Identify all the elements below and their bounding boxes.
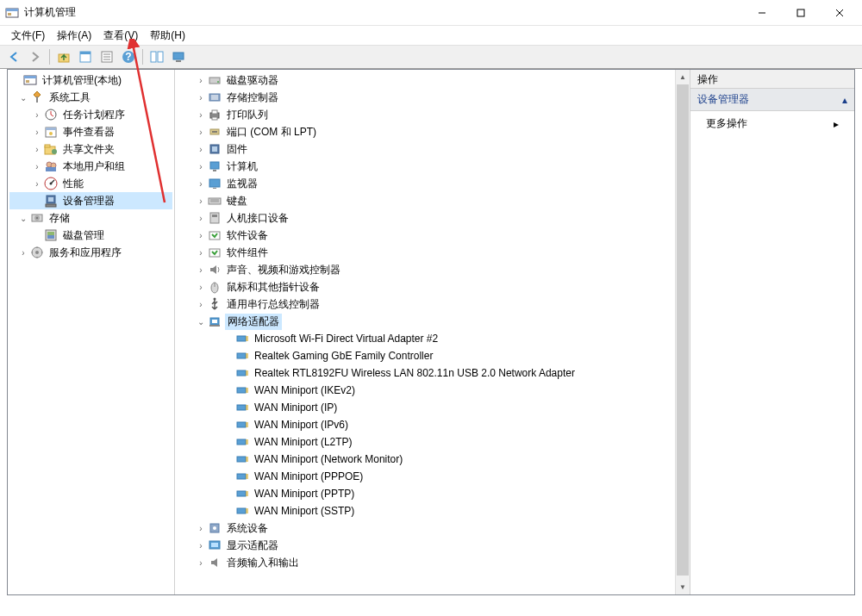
maximize-button[interactable] — [781, 0, 820, 26]
category-disk-drives[interactable]: ›磁盘驱动器 — [177, 72, 673, 89]
back-button[interactable] — [3, 47, 24, 66]
close-button[interactable] — [820, 0, 859, 26]
network-adapter-item[interactable]: WAN Miniport (PPTP) — [177, 485, 673, 502]
tree-device-manager[interactable]: 设备管理器 — [9, 192, 172, 209]
expander-icon[interactable]: › — [194, 73, 208, 87]
expander-icon[interactable]: ⌄ — [194, 314, 208, 328]
category-firmware[interactable]: ›固件 — [177, 140, 673, 158]
menu-action[interactable]: 操作(A) — [51, 27, 97, 45]
tree-performance[interactable]: › 性能 — [9, 175, 172, 192]
tree-shared-folders[interactable]: › 共享文件夹 — [9, 140, 172, 158]
expander-icon[interactable]: › — [194, 263, 208, 277]
expander-icon[interactable]: › — [194, 211, 208, 225]
properties-button[interactable] — [75, 47, 96, 66]
tree-task-scheduler[interactable]: › 任务计划程序 — [9, 106, 172, 123]
network-adapter-item[interactable]: WAN Miniport (IP) — [177, 399, 673, 416]
network-adapter-item[interactable]: WAN Miniport (IPv6) — [177, 416, 673, 433]
expander-icon[interactable]: › — [194, 538, 208, 552]
expander-icon[interactable]: › — [194, 90, 208, 104]
expander-icon[interactable]: › — [194, 125, 208, 139]
expander-icon[interactable]: › — [194, 177, 208, 190]
scroll-down-icon[interactable]: ▼ — [676, 580, 690, 594]
expander-icon[interactable]: › — [194, 280, 208, 294]
category-network-adapters[interactable]: ⌄网络适配器 — [177, 313, 673, 330]
up-button[interactable] — [53, 47, 74, 66]
monitor-button[interactable] — [168, 47, 189, 66]
pane-button[interactable] — [147, 47, 167, 66]
network-adapter-item[interactable]: WAN Miniport (L2TP) — [177, 433, 673, 451]
category-mice[interactable]: ›鼠标和其他指针设备 — [177, 278, 673, 296]
item-label: 计算机 — [225, 159, 259, 175]
item-label: 监视器 — [225, 176, 259, 192]
category-audio-io[interactable]: ›音频输入和输出 — [177, 554, 673, 571]
category-sound[interactable]: ›声音、视频和游戏控制器 — [177, 261, 673, 278]
expander-icon[interactable]: › — [16, 246, 30, 259]
scroll-up-icon[interactable]: ▲ — [676, 70, 690, 84]
expander-icon[interactable]: › — [194, 159, 208, 173]
item-label: WAN Miniport (IPv6) — [253, 418, 350, 432]
category-software-devices[interactable]: ›软件设备 — [177, 227, 673, 244]
netadapter-icon — [235, 418, 249, 432]
network-adapter-item[interactable]: Realtek Gaming GbE Family Controller — [177, 347, 673, 364]
menu-help[interactable]: 帮助(H) — [144, 27, 191, 45]
network-adapter-item[interactable]: WAN Miniport (IKEv2) — [177, 382, 673, 399]
category-print-queues[interactable]: ›打印队列 — [177, 106, 673, 123]
system-icon — [208, 521, 222, 535]
help-button[interactable] — [118, 47, 139, 66]
netadapter-icon — [235, 332, 249, 345]
tree-event-viewer[interactable]: › 事件查看器 — [9, 123, 172, 140]
category-computer[interactable]: ›计算机 — [177, 158, 673, 175]
expander-icon[interactable]: › — [194, 194, 208, 208]
more-actions-item[interactable]: 更多操作 ▸ — [690, 111, 854, 136]
expander-icon[interactable]: › — [194, 142, 208, 156]
expander-icon[interactable]: › — [194, 228, 208, 242]
category-keyboards[interactable]: ›键盘 — [177, 192, 673, 209]
expander-icon[interactable]: › — [194, 521, 208, 535]
item-label: 声音、视频和游戏控制器 — [225, 262, 342, 278]
tree-storage[interactable]: ⌄ 存储 — [9, 209, 172, 227]
users-icon — [44, 159, 58, 173]
menu-file[interactable]: 文件(F) — [5, 27, 51, 45]
scrollbar-thumb[interactable] — [677, 84, 689, 576]
network-adapter-item[interactable]: WAN Miniport (SSTP) — [177, 502, 673, 520]
category-hid[interactable]: ›人机接口设备 — [177, 209, 673, 227]
network-adapter-item[interactable]: Realtek RTL8192FU Wireless LAN 802.11n U… — [177, 364, 673, 382]
console-tree[interactable]: 计算机管理(本地) ⌄ 系统工具 › 任务计划程序 › 事件查看器 › 共享文件… — [8, 70, 175, 594]
collapse-icon[interactable]: ▴ — [842, 94, 847, 106]
category-monitors[interactable]: ›监视器 — [177, 175, 673, 192]
expander-icon[interactable]: › — [30, 125, 44, 139]
category-display-adapters[interactable]: ›显示适配器 — [177, 537, 673, 554]
expander-icon[interactable]: ⌄ — [16, 211, 30, 225]
network-icon — [208, 314, 222, 328]
tree-system-tools[interactable]: ⌄ 系统工具 — [9, 89, 172, 106]
tree-disk-management[interactable]: 磁盘管理 — [9, 227, 172, 244]
tree-root[interactable]: 计算机管理(本地) — [9, 72, 172, 89]
expander-icon[interactable]: › — [194, 108, 208, 121]
tree-local-users[interactable]: › 本地用户和组 — [9, 158, 172, 175]
expander-icon[interactable]: ⌄ — [16, 90, 30, 104]
category-usb-controllers[interactable]: ›通用串行总线控制器 — [177, 296, 673, 313]
expander-icon[interactable]: › — [30, 159, 44, 173]
actions-section-title[interactable]: 设备管理器 ▴ — [690, 89, 854, 111]
network-adapter-item[interactable]: Microsoft Wi-Fi Direct Virtual Adapter #… — [177, 330, 673, 347]
expander-icon[interactable]: › — [30, 177, 44, 190]
category-software-components[interactable]: ›软件组件 — [177, 244, 673, 261]
network-adapter-item[interactable]: WAN Miniport (Network Monitor) — [177, 451, 673, 468]
category-system-devices[interactable]: ›系统设备 — [177, 520, 673, 537]
category-ports[interactable]: ›端口 (COM 和 LPT) — [177, 123, 673, 140]
forward-button[interactable] — [25, 47, 46, 66]
menu-view[interactable]: 查看(V) — [97, 27, 144, 45]
category-storage-controllers[interactable]: ›存储控制器 — [177, 89, 673, 106]
minimize-button[interactable] — [742, 0, 781, 26]
view-button[interactable] — [97, 47, 117, 66]
vertical-scrollbar[interactable]: ▲ ▼ — [675, 70, 690, 594]
expander-icon[interactable]: › — [194, 297, 208, 311]
network-adapter-item[interactable]: WAN Miniport (PPPOE) — [177, 468, 673, 485]
tree-services-apps[interactable]: › 服务和应用程序 — [9, 244, 172, 261]
expander-icon[interactable]: › — [194, 556, 208, 569]
audio-icon — [208, 556, 222, 569]
expander-icon[interactable]: › — [30, 108, 44, 121]
expander-icon[interactable]: › — [30, 142, 44, 156]
expander-icon[interactable]: › — [194, 246, 208, 259]
item-label: 磁盘驱动器 — [225, 72, 280, 89]
